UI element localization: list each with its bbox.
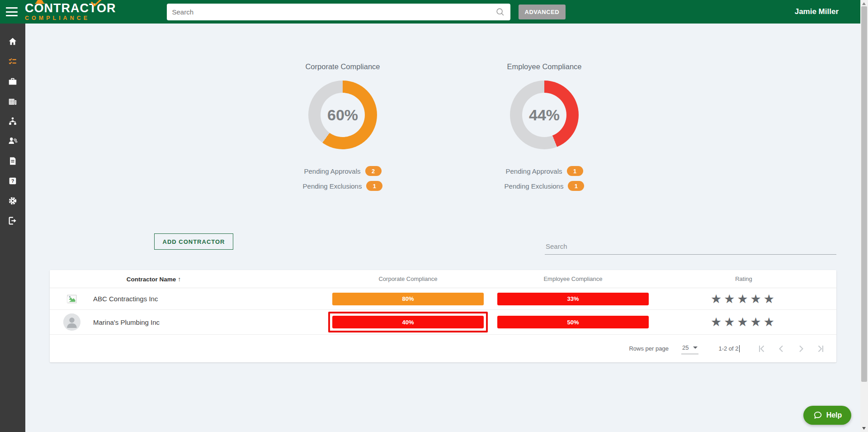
sidebar-item-org-chart[interactable] bbox=[0, 111, 25, 131]
column-header-contractor-name[interactable]: Contractor Name ↑ bbox=[50, 275, 321, 283]
document-icon bbox=[8, 156, 18, 166]
help-button[interactable]: Help bbox=[803, 406, 851, 425]
help-label: Help bbox=[826, 411, 842, 419]
app-header: CONTRACTOR COMPLIANCE ADVANCED Jamie Mil… bbox=[0, 0, 860, 24]
corporate-compliance-bar[interactable]: 80% bbox=[332, 293, 484, 305]
rows-per-page-label: Rows per page bbox=[629, 345, 668, 352]
hamburger-menu-icon[interactable] bbox=[6, 7, 18, 16]
sidebar-item-home[interactable] bbox=[0, 32, 25, 52]
sidebar-item-companies[interactable] bbox=[0, 91, 25, 111]
column-label: Contractor Name bbox=[127, 276, 176, 283]
broken-image-icon bbox=[63, 290, 80, 308]
advanced-search-button[interactable]: ADVANCED bbox=[519, 5, 566, 19]
pending-approvals-label: Pending Approvals bbox=[304, 167, 360, 175]
logout-icon bbox=[8, 216, 18, 226]
global-search bbox=[167, 4, 510, 20]
pending-approvals-badge[interactable]: 1 bbox=[567, 166, 583, 176]
sidebar-nav: ? bbox=[0, 24, 25, 432]
sidebar-item-help[interactable]: ? bbox=[0, 171, 25, 191]
org-chart-icon bbox=[8, 116, 18, 126]
donut-percent: 44% bbox=[510, 81, 579, 149]
employee-donut-chart[interactable]: 44% bbox=[510, 81, 579, 149]
table-header-row: Contractor Name ↑ Corporate Compliance E… bbox=[50, 270, 836, 288]
scroll-down-icon[interactable] bbox=[862, 427, 866, 430]
pending-approvals-badge[interactable]: 2 bbox=[365, 166, 382, 176]
worker-gears-icon bbox=[8, 136, 18, 146]
employee-compliance-chart: Employee Compliance 44% Pending Approval… bbox=[465, 62, 623, 191]
chat-bubble-icon bbox=[813, 410, 823, 420]
table-row[interactable]: ABC Contractings Inc 80% 33% ★★★★★ bbox=[50, 288, 836, 310]
sidebar-item-workers[interactable] bbox=[0, 131, 25, 151]
scrollbar-thumb[interactable] bbox=[861, 6, 867, 382]
checklist-icon bbox=[8, 57, 18, 66]
add-contractor-button[interactable]: ADD CONTRACTOR bbox=[154, 233, 233, 250]
rows-per-page-value: 25 bbox=[682, 344, 689, 351]
red-highlight-annotation: 40% bbox=[328, 312, 488, 332]
first-page-button[interactable] bbox=[756, 343, 767, 354]
column-header-rating[interactable]: Rating bbox=[651, 275, 836, 282]
scroll-up-icon[interactable] bbox=[862, 2, 866, 5]
table-pagination: Rows per page 25 1-2 of 2 bbox=[50, 335, 836, 362]
page-scrollbar[interactable] bbox=[860, 0, 868, 432]
help-icon: ? bbox=[8, 176, 18, 186]
global-search-input[interactable] bbox=[172, 8, 495, 16]
employee-compliance-bar[interactable]: 33% bbox=[497, 293, 649, 305]
contractor-name[interactable]: Marina's Plumbing Inc bbox=[93, 318, 160, 326]
sidebar-item-compliance[interactable] bbox=[0, 52, 25, 71]
svg-text:?: ? bbox=[11, 178, 14, 184]
sidebar-item-settings[interactable] bbox=[0, 191, 25, 211]
pending-exclusions-label: Pending Exclusions bbox=[505, 182, 564, 190]
checkmark-icon bbox=[91, 0, 103, 6]
search-icon bbox=[495, 7, 505, 17]
chevron-down-icon bbox=[693, 347, 698, 349]
corporate-donut-chart[interactable]: 60% bbox=[308, 81, 377, 149]
rows-per-page-select[interactable]: 25 bbox=[681, 343, 698, 354]
pending-exclusions-label: Pending Exclusions bbox=[303, 182, 362, 190]
text-cursor bbox=[739, 345, 740, 352]
previous-page-button[interactable] bbox=[776, 343, 787, 354]
briefcase-icon bbox=[8, 76, 18, 86]
brand-logo[interactable]: CONTRACTOR COMPLIANCE bbox=[25, 2, 116, 21]
corporate-compliance-bar[interactable]: 40% bbox=[332, 316, 484, 328]
table-search-input[interactable] bbox=[545, 240, 836, 255]
brand-subtitle: COMPLIANCE bbox=[25, 15, 116, 21]
sidebar-item-logout[interactable] bbox=[0, 211, 25, 231]
rating-stars[interactable]: ★★★★★ bbox=[651, 292, 836, 306]
chart-title: Employee Compliance bbox=[507, 62, 581, 71]
sidebar-item-jobs[interactable] bbox=[0, 71, 25, 91]
building-icon bbox=[8, 96, 18, 106]
pending-approvals-label: Pending Approvals bbox=[505, 167, 562, 175]
donut-percent: 60% bbox=[308, 81, 377, 149]
column-header-employee-compliance[interactable]: Employee Compliance bbox=[495, 275, 651, 282]
user-name[interactable]: Jamie Miller bbox=[795, 7, 839, 16]
pending-exclusions-badge[interactable]: 1 bbox=[366, 181, 382, 191]
rating-stars[interactable]: ★★★★★ bbox=[651, 315, 836, 329]
corporate-compliance-chart: Corporate Compliance 60% Pending Approva… bbox=[264, 62, 422, 191]
last-page-button[interactable] bbox=[816, 343, 826, 354]
pagination-range-label: 1-2 of 2 bbox=[718, 345, 738, 352]
sidebar-item-documents[interactable] bbox=[0, 151, 25, 171]
hard-hat-icon bbox=[35, 0, 45, 5]
home-icon bbox=[8, 37, 18, 47]
person-avatar-icon bbox=[63, 313, 80, 331]
table-search bbox=[545, 240, 836, 255]
next-page-button[interactable] bbox=[796, 343, 807, 354]
contractor-name[interactable]: ABC Contractings Inc bbox=[93, 295, 158, 303]
chart-title: Corporate Compliance bbox=[305, 62, 380, 71]
pending-exclusions-badge[interactable]: 1 bbox=[568, 181, 584, 191]
gear-icon bbox=[8, 196, 18, 206]
table-row[interactable]: Marina's Plumbing Inc 40% 50% ★★★★★ bbox=[50, 310, 836, 335]
sort-ascending-icon: ↑ bbox=[178, 275, 181, 283]
contractors-table: Contractor Name ↑ Corporate Compliance E… bbox=[50, 270, 836, 362]
main-content: Corporate Compliance 60% Pending Approva… bbox=[25, 24, 860, 432]
column-header-corporate-compliance[interactable]: Corporate Compliance bbox=[321, 275, 495, 282]
employee-compliance-bar[interactable]: 50% bbox=[497, 316, 649, 328]
